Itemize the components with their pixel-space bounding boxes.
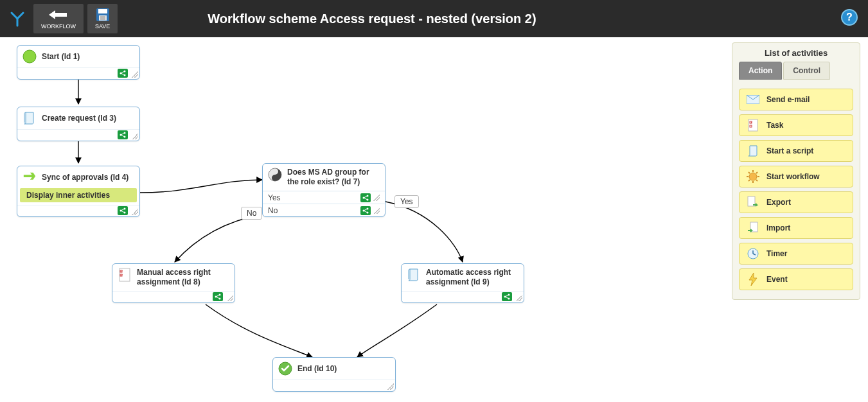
svg-point-57 bbox=[749, 173, 757, 180]
script-icon bbox=[746, 144, 760, 157]
svg-line-38 bbox=[364, 211, 368, 213]
task-icon bbox=[746, 119, 760, 132]
activity-label: Timer bbox=[766, 249, 787, 258]
app-logo bbox=[5, 5, 30, 32]
svg-line-37 bbox=[364, 209, 368, 211]
svg-line-46 bbox=[216, 297, 220, 299]
task-icon bbox=[118, 268, 132, 282]
node-sync-sub[interactable]: Display inner activities bbox=[20, 188, 137, 202]
back-arrow-icon bbox=[49, 8, 68, 22]
node-start[interactable]: Start (Id 1) bbox=[17, 45, 140, 80]
save-button[interactable]: SAVE bbox=[87, 4, 118, 33]
activities-sidebar: List of activities Action Control Send e… bbox=[732, 42, 860, 300]
svg-rect-5 bbox=[98, 9, 107, 13]
resize-handle[interactable] bbox=[132, 209, 138, 215]
share-icon[interactable] bbox=[360, 193, 371, 202]
svg-line-27 bbox=[121, 211, 125, 213]
resize-handle[interactable] bbox=[516, 295, 522, 301]
resize-handle[interactable] bbox=[227, 295, 233, 301]
import-icon bbox=[746, 222, 760, 234]
svg-line-32 bbox=[364, 196, 368, 198]
sidebar-title: List of activities bbox=[732, 43, 860, 62]
activity-timer[interactable]: Timer bbox=[739, 243, 853, 265]
svg-line-21 bbox=[121, 133, 125, 135]
edge-label-no: No bbox=[241, 207, 262, 220]
share-icon[interactable] bbox=[213, 292, 223, 301]
svg-marker-3 bbox=[49, 10, 67, 19]
sidebar-tabs: Action Control bbox=[732, 62, 860, 85]
branch-no-label: No bbox=[268, 206, 278, 215]
sync-icon bbox=[22, 170, 37, 184]
node-decision[interactable]: Does MS AD group for the role exist? (Id… bbox=[262, 163, 385, 217]
branch-yes[interactable]: Yes bbox=[263, 191, 385, 204]
bolt-icon bbox=[746, 273, 760, 286]
resize-handle[interactable] bbox=[387, 383, 394, 390]
clock-icon bbox=[746, 247, 760, 260]
resize-handle[interactable] bbox=[132, 71, 138, 78]
svg-line-65 bbox=[748, 180, 750, 181]
branch-yes-label: Yes bbox=[268, 193, 281, 202]
node-manual-assignment[interactable]: Manual access right assignment (Id 8) bbox=[112, 263, 235, 303]
activity-label: Import bbox=[766, 223, 790, 232]
svg-line-33 bbox=[364, 198, 368, 200]
page-title: Workflow scheme Access request - nested … bbox=[208, 12, 536, 26]
node-auto-label: Automatic access right assignment (Id 9) bbox=[426, 268, 518, 287]
node-manual-label: Manual access right assignment (Id 8) bbox=[137, 268, 229, 287]
node-decision-label: Does MS AD group for the role exist? (Id… bbox=[287, 168, 380, 187]
svg-line-17 bbox=[121, 73, 125, 75]
script-icon bbox=[22, 111, 37, 125]
activity-start-workflow[interactable]: Start workflow bbox=[739, 166, 853, 188]
activity-label: Task bbox=[766, 121, 783, 130]
svg-line-64 bbox=[756, 172, 757, 173]
activity-label: Export bbox=[766, 198, 791, 207]
resize-handle[interactable] bbox=[373, 207, 380, 214]
help-button[interactable]: ? bbox=[841, 9, 858, 26]
svg-line-62 bbox=[748, 172, 750, 173]
node-start-label: Start (Id 1) bbox=[42, 52, 80, 61]
start-icon bbox=[22, 49, 37, 64]
share-icon[interactable] bbox=[118, 69, 128, 78]
activity-label: Start workflow bbox=[766, 172, 820, 181]
activity-label: Event bbox=[766, 275, 788, 284]
svg-line-45 bbox=[216, 295, 220, 297]
resize-handle[interactable] bbox=[132, 133, 138, 139]
node-create-request[interactable]: Create request (Id 3) bbox=[17, 107, 140, 141]
activity-event[interactable]: Event bbox=[739, 268, 853, 290]
svg-point-12 bbox=[23, 50, 36, 63]
activity-send-email[interactable]: Send e-mail bbox=[739, 89, 853, 110]
gear-sun-icon bbox=[746, 170, 760, 183]
svg-line-63 bbox=[756, 180, 757, 181]
node-create-request-label: Create request (Id 3) bbox=[42, 114, 116, 123]
activity-export[interactable]: Export bbox=[739, 191, 853, 213]
save-icon bbox=[96, 8, 110, 22]
svg-line-50 bbox=[505, 295, 509, 297]
node-sync-approvals[interactable]: Sync of approvals (Id 4) Display inner a… bbox=[17, 166, 140, 217]
branch-no[interactable]: No bbox=[263, 204, 385, 216]
svg-line-16 bbox=[121, 71, 125, 73]
svg-line-1 bbox=[17, 13, 23, 19]
script-icon bbox=[407, 268, 421, 282]
workflow-button[interactable]: WORKFLOW bbox=[33, 4, 84, 33]
share-icon[interactable] bbox=[118, 206, 128, 215]
resize-handle[interactable] bbox=[373, 195, 380, 201]
tab-control[interactable]: Control bbox=[783, 62, 830, 80]
activity-label: Send e-mail bbox=[766, 95, 810, 104]
activity-task[interactable]: Task bbox=[739, 114, 853, 136]
svg-line-22 bbox=[121, 135, 125, 137]
share-icon[interactable] bbox=[118, 130, 128, 139]
workflow-button-label: WORKFLOW bbox=[41, 23, 76, 30]
activity-import[interactable]: Import bbox=[739, 217, 853, 239]
mail-icon bbox=[746, 93, 760, 106]
tab-action[interactable]: Action bbox=[739, 62, 782, 80]
toolbar: WORKFLOW SAVE Workflow scheme Access req… bbox=[0, 0, 868, 37]
activity-label: Start a script bbox=[766, 146, 813, 155]
share-icon[interactable] bbox=[360, 206, 371, 215]
share-icon[interactable] bbox=[502, 292, 512, 301]
svg-line-0 bbox=[12, 13, 17, 19]
node-end[interactable]: End (Id 10) bbox=[272, 357, 396, 392]
node-sync-label: Sync of approvals (Id 4) bbox=[42, 173, 128, 182]
svg-line-26 bbox=[121, 209, 125, 211]
help-icon: ? bbox=[846, 12, 853, 23]
node-auto-assignment[interactable]: Automatic access right assignment (Id 9) bbox=[401, 263, 524, 303]
activity-start-script[interactable]: Start a script bbox=[739, 140, 853, 162]
